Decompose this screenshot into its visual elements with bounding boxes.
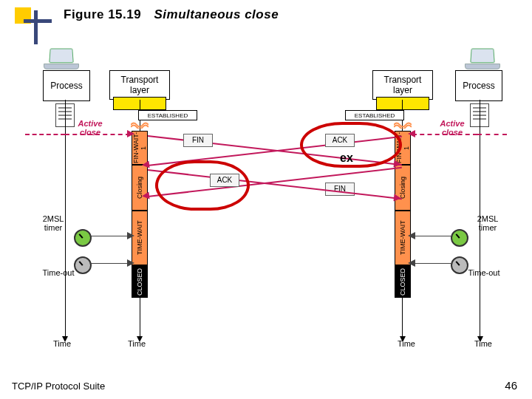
client-process-box: Process — [43, 70, 90, 101]
client-laptop-icon — [43, 48, 80, 69]
state-closing: Closing — [395, 165, 411, 211]
server-laptop-icon — [464, 48, 501, 69]
figure-number: Figure 15.19 — [64, 7, 141, 21]
state-established: ESTABLISHED — [138, 110, 197, 120]
state-closed: CLOSED — [395, 265, 411, 298]
time-label: Time — [474, 339, 492, 348]
highlight-oval-icon — [155, 160, 250, 211]
timer-line — [90, 263, 132, 264]
arrowhead-icon — [141, 160, 149, 168]
client-transport-box: Transport layer — [109, 70, 170, 100]
arrowhead-icon — [141, 191, 149, 200]
state-established: ESTABLISHED — [345, 110, 404, 120]
timeout-label: Time-out — [466, 268, 502, 277]
arrowhead-icon — [127, 130, 134, 137]
slide-bullet-art — [15, 7, 44, 52]
transport-label: Transport layer — [384, 75, 422, 95]
yellow-bar-icon — [376, 97, 429, 110]
arrowhead-icon — [127, 259, 134, 267]
arrowhead-icon — [127, 232, 134, 239]
time-label: Time — [128, 339, 146, 348]
clock-start-icon — [74, 229, 92, 247]
time-label: Time — [53, 339, 71, 348]
break-icon — [394, 121, 412, 129]
arrowhead-icon — [408, 232, 415, 239]
sequence-diagram: Process Transport layer Transport layer … — [30, 70, 502, 366]
state-closing: Closing — [132, 165, 148, 211]
time-label: Time — [398, 339, 415, 348]
dash-extend — [477, 134, 507, 135]
dash-extend — [25, 134, 65, 135]
figure-caption: Simultaneous close — [154, 7, 279, 21]
active-close-label: Active close — [68, 119, 112, 137]
timer-line — [411, 236, 452, 236]
figure-title: Figure 15.19 Simultaneous close — [64, 7, 279, 22]
arrowhead-icon — [408, 130, 415, 137]
arrowhead-icon — [393, 194, 401, 202]
active-close-label: Active close — [430, 119, 474, 137]
server-process-box: Process — [455, 70, 502, 101]
page-number: 46 — [505, 379, 517, 392]
server-transport-box: Transport layer — [372, 70, 433, 100]
annotation-ex: ex — [340, 151, 353, 165]
timeout-label: Time-out — [40, 268, 77, 277]
footer-text: TCP/IP Protocol Suite — [12, 381, 105, 392]
msl-timer-label: 2MSL timer — [473, 214, 502, 232]
state-closed: CLOSED — [132, 265, 148, 298]
msl-timer-label: 2MSL timer — [38, 214, 68, 232]
clock-start-icon — [451, 229, 468, 247]
arrowhead-icon — [408, 259, 415, 267]
timer-line — [90, 236, 132, 236]
break-icon — [131, 121, 149, 129]
transport-label: Transport layer — [121, 75, 159, 95]
msg-fin: FIN — [183, 134, 213, 147]
timer-line — [411, 263, 452, 264]
